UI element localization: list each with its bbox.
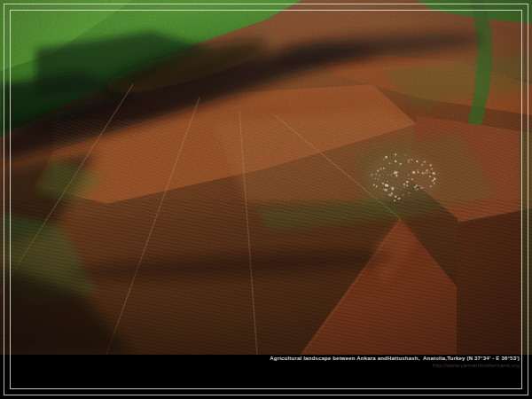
photo xyxy=(0,0,532,355)
photo-caption: Agricultural landscape between Ankara an… xyxy=(270,356,520,369)
wallpaper-screen: Agricultural landscape between Ankara an… xyxy=(0,0,532,399)
grain xyxy=(0,0,532,355)
caption-url: http://www.yannarthusbertrand.org xyxy=(270,363,520,369)
caption-title: Agricultural landscape between Ankara an… xyxy=(270,356,520,362)
